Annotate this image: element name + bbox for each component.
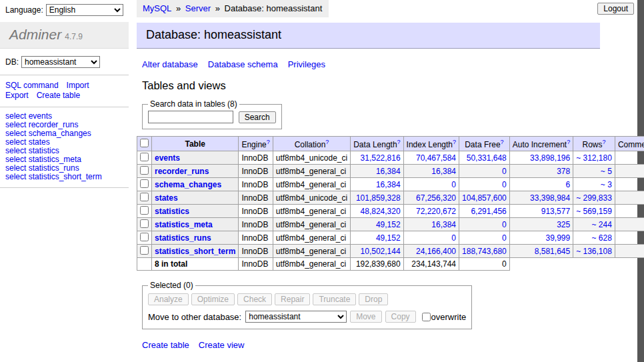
auto-increment-value[interactable]: 33,398,984	[530, 193, 570, 203]
table-link-states[interactable]: states	[155, 193, 178, 203]
truncate-button[interactable]: Truncate	[313, 293, 356, 305]
rows-value[interactable]: ~ 3	[601, 180, 612, 189]
index-length-value[interactable]: 0	[451, 233, 456, 243]
link-alter-database[interactable]: Alter database	[142, 59, 198, 69]
row-checkbox-recorder-runs[interactable]	[140, 166, 149, 175]
table-link-statistics[interactable]: statistics	[155, 207, 189, 216]
sidebar-link-import[interactable]: Import	[67, 81, 89, 90]
data-length-value[interactable]: 10,502,144	[361, 247, 401, 256]
help-icon[interactable]: ?	[325, 139, 329, 145]
link-create-table[interactable]: Create table	[142, 340, 189, 350]
sidebar-link-export[interactable]: Export	[5, 91, 29, 100]
sidebar-item-select-statistics-short-term[interactable]: select statistics_short_term	[5, 173, 123, 181]
select-all-checkbox[interactable]	[140, 139, 149, 147]
index-length-value[interactable]: 72,220,672	[416, 207, 456, 216]
repair-button[interactable]: Repair	[275, 293, 310, 305]
auto-increment-value[interactable]: 39,999	[545, 233, 570, 243]
analyze-button[interactable]: Analyze	[148, 293, 189, 305]
search-legend: Search data in tables (8)	[148, 99, 239, 109]
data-length-value[interactable]: 49,152	[376, 220, 401, 229]
row-checkbox-states[interactable]	[140, 193, 149, 201]
check-button[interactable]: Check	[237, 293, 272, 305]
table-link-statistics-short-term[interactable]: statistics_short_term	[155, 247, 235, 256]
data-free-value[interactable]: 0	[502, 233, 507, 243]
collation-cell: utf8mb4_general_ci	[273, 178, 350, 191]
row-checkbox-statistics-meta[interactable]	[140, 219, 149, 228]
sidebar-link-create-table[interactable]: Create table	[37, 91, 80, 100]
index-length-value[interactable]: 24,166,400	[416, 247, 456, 256]
data-length-value[interactable]: 48,824,320	[361, 207, 401, 216]
row-checkbox-statistics-short-term[interactable]	[140, 246, 149, 255]
table-link-statistics-runs[interactable]: statistics_runs	[155, 233, 211, 243]
drop-button[interactable]: Drop	[359, 293, 388, 305]
auto-increment-value[interactable]: 913,577	[541, 207, 570, 216]
data-free-value[interactable]: 0	[502, 220, 507, 229]
index-length-value[interactable]: 70,467,584	[416, 153, 456, 163]
index-length-value[interactable]: 16,384	[431, 167, 456, 176]
data-free-value[interactable]: 6,291,456	[471, 207, 506, 216]
column-header-data-free: Data Free?	[459, 137, 510, 151]
move-database-select[interactable]: homeassistant	[245, 311, 347, 323]
breadcrumb-link-server[interactable]: Server	[185, 3, 211, 13]
move-button[interactable]: Move	[350, 311, 381, 323]
help-icon[interactable]: ?	[603, 139, 606, 145]
auto-increment-value[interactable]: 6	[565, 180, 570, 189]
optimize-button[interactable]: Optimize	[191, 293, 235, 305]
auto-increment-value[interactable]: 325	[557, 220, 570, 229]
index-length-value[interactable]: 67,256,320	[416, 193, 456, 203]
rows-value[interactable]: ~ 136,108	[576, 247, 612, 256]
table-link-recorder-runs[interactable]: recorder_runs	[155, 167, 209, 176]
data-free-value[interactable]: 0	[502, 167, 507, 176]
search-input[interactable]	[148, 111, 233, 123]
row-checkbox-events[interactable]	[140, 153, 149, 161]
rows-value[interactable]: ~ 5	[601, 167, 612, 176]
copy-button[interactable]: Copy	[385, 311, 416, 323]
data-free-value[interactable]: 104,857,600	[462, 193, 507, 203]
data-length-value[interactable]: 16,384	[376, 180, 401, 189]
data-length-value[interactable]: 101,859,328	[356, 193, 401, 203]
rows-value[interactable]: ~ 244	[592, 220, 612, 229]
row-checkbox-schema-changes[interactable]	[140, 179, 149, 188]
sidebar-link-sql-command[interactable]: SQL command	[5, 81, 59, 90]
help-icon[interactable]: ?	[267, 139, 270, 145]
auto-increment-value[interactable]: 8,581,645	[535, 247, 570, 256]
table-link-statistics-meta[interactable]: statistics_meta	[155, 220, 213, 229]
rows-value[interactable]: ~ 569,159	[576, 207, 612, 216]
table-header-row: TableEngine?Collation?Data Length?Index …	[137, 137, 644, 151]
link-create-view[interactable]: Create view	[199, 340, 245, 350]
index-length-value[interactable]: 16,384	[431, 220, 456, 229]
language-select[interactable]: English	[46, 4, 123, 16]
link-database-schema[interactable]: Database schema	[208, 59, 278, 69]
rows-value[interactable]: ~ 299,833	[576, 193, 612, 203]
data-free-value[interactable]: 188,743,680	[462, 247, 507, 256]
data-free-value[interactable]: 0	[502, 180, 507, 189]
logout-button[interactable]: Logout	[597, 3, 634, 15]
search-button[interactable]: Search	[239, 111, 276, 123]
adminer-logo-link[interactable]: Adminer	[9, 27, 61, 42]
help-icon[interactable]: ?	[567, 139, 570, 145]
help-icon[interactable]: ?	[501, 139, 504, 145]
help-icon[interactable]: ?	[453, 139, 456, 145]
main-content: MySQL » Server » Database: homeassistant…	[137, 0, 600, 362]
auto-increment-value[interactable]: 33,898,196	[530, 153, 570, 163]
column-header-label: Engine	[241, 140, 266, 149]
row-checkbox-statistics[interactable]	[140, 206, 149, 215]
index-length-value[interactable]: 0	[451, 180, 456, 189]
table-link-schema-changes[interactable]: schema_changes	[155, 180, 221, 189]
auto-increment-value[interactable]: 378	[557, 167, 570, 176]
data-length-value[interactable]: 16,384	[376, 167, 401, 176]
data-length-value[interactable]: 49,152	[376, 233, 401, 243]
data-length-value[interactable]: 31,522,816	[361, 153, 401, 163]
engine-cell: InnoDB	[239, 151, 273, 165]
data-free-value[interactable]: 50,331,648	[467, 153, 507, 163]
overwrite-checkbox[interactable]	[422, 313, 431, 321]
rows-value[interactable]: ~ 628	[592, 233, 612, 243]
table-link-events[interactable]: events	[155, 153, 180, 163]
row-checkbox-statistics-runs[interactable]	[140, 233, 149, 241]
breadcrumb-link-mysql[interactable]: MySQL	[143, 3, 171, 13]
db-select[interactable]: homeassistant	[21, 56, 100, 68]
rows-value[interactable]: ~ 312,180	[576, 153, 612, 163]
collation-cell: utf8mb4_general_ci	[273, 231, 350, 245]
link-privileges[interactable]: Privileges	[288, 59, 325, 69]
help-icon[interactable]: ?	[397, 139, 401, 145]
